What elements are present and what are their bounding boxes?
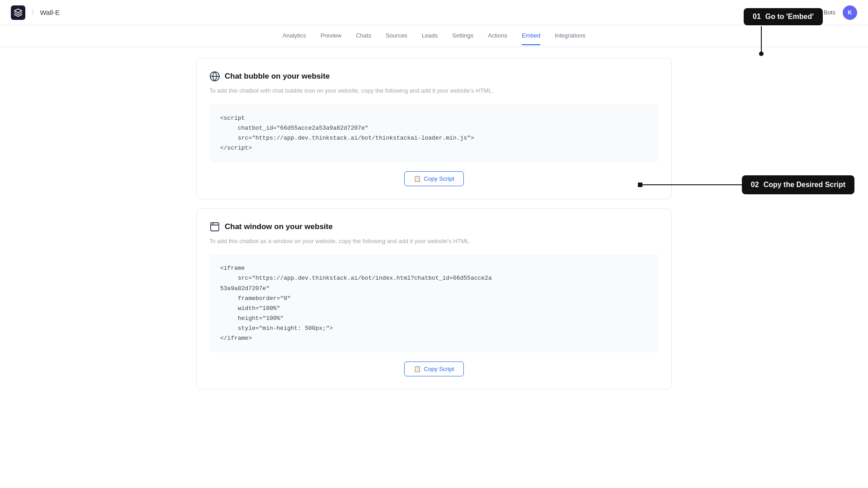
globe-icon	[209, 71, 220, 82]
callout-01-line	[761, 26, 762, 52]
section2-copy-area: 📋 Copy Script	[209, 361, 659, 376]
callout-02-number: 02	[751, 181, 759, 189]
tab-integrations[interactable]: Integrations	[555, 27, 585, 45]
callout-02-dot	[638, 183, 642, 187]
svg-rect-2	[211, 223, 219, 231]
tab-embed[interactable]: Embed	[522, 27, 540, 45]
section2-description: To add this chatbot as a window on your …	[209, 237, 499, 246]
header: / Wall-E pport My Bots K	[0, 0, 868, 25]
logo-area: / Wall-E	[11, 5, 60, 20]
tab-chats[interactable]: Chats	[356, 27, 371, 45]
tab-actions[interactable]: Actions	[488, 27, 507, 45]
chat-window-section: Chat window on your website To add this …	[196, 208, 672, 389]
section1-description: To add this chatbot with chat bubble ico…	[209, 86, 499, 95]
tab-analytics[interactable]: Analytics	[283, 27, 306, 45]
callout-01: 01 Go to 'Embed'	[744, 8, 823, 25]
section2-copy-button[interactable]: 📋 Copy Script	[404, 361, 463, 376]
app-name: Wall-E	[40, 9, 60, 16]
section2-title: Chat window on your website	[225, 222, 333, 231]
callout-02-line	[642, 184, 742, 185]
section2-code-block: <iframe src="https://app.dev.thinkstack.…	[209, 254, 659, 352]
callout-02-tooltip: 02 Copy the Desired Script	[742, 175, 854, 194]
callout-01-text: Go to 'Embed'	[765, 13, 814, 21]
section1-code-block: <script chatbot_id="66d55acce2a53a9a82d7…	[209, 104, 659, 162]
chat-bubble-section: Chat bubble on your website To add this …	[196, 58, 672, 199]
tab-sources[interactable]: Sources	[386, 27, 407, 45]
section1-title: Chat bubble on your website	[225, 72, 330, 81]
nav-bar: Analytics Preview Chats Sources Leads Se…	[0, 25, 868, 47]
tab-preview[interactable]: Preview	[321, 27, 341, 45]
callout-02-text: Copy the Desired Script	[764, 181, 845, 189]
copy-icon-2: 📋	[414, 366, 421, 372]
copy-icon: 📋	[414, 175, 421, 182]
callout-01-number: 01	[753, 13, 761, 21]
section1-header: Chat bubble on your website	[209, 71, 659, 82]
callout-01-dot	[759, 52, 764, 56]
main-content: Chat bubble on your website To add this …	[185, 47, 683, 409]
tab-settings[interactable]: Settings	[452, 27, 473, 45]
logo-icon	[11, 5, 25, 20]
section2-header: Chat window on your website	[209, 221, 659, 232]
callout-01-tooltip: 01 Go to 'Embed'	[744, 8, 823, 25]
window-icon	[209, 221, 220, 232]
section1-copy-area: 📋 Copy Script	[209, 171, 659, 186]
tab-leads[interactable]: Leads	[422, 27, 438, 45]
section1-copy-label: Copy Script	[424, 175, 454, 182]
avatar[interactable]: K	[843, 5, 857, 20]
section1-copy-button[interactable]: 📋 Copy Script	[404, 171, 463, 186]
breadcrumb-separator: /	[32, 9, 33, 17]
section2-copy-label: Copy Script	[424, 366, 454, 372]
callout-02: 02 Copy the Desired Script	[638, 175, 854, 194]
